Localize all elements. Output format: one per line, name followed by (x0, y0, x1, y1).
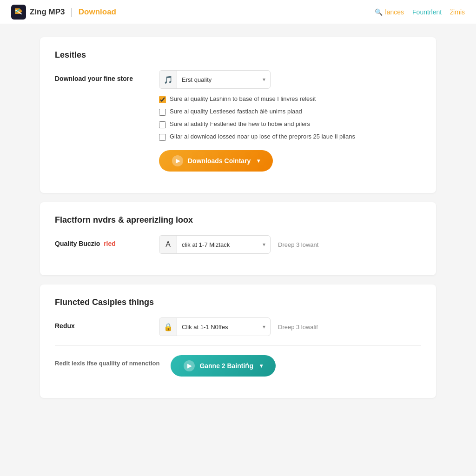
header-right: 🔍 lances Fountrlent žimis (375, 8, 465, 16)
header-download-label: Download (79, 7, 116, 17)
main-content: Lesitles Download your fine store 🎵 Erst… (29, 24, 447, 420)
download-btn-icon: ▶ (172, 155, 183, 166)
search-button[interactable]: 🔍 lances (375, 8, 404, 16)
checkbox-2[interactable] (159, 109, 166, 116)
section-lesitles: Lesitles Download your fine store 🎵 Erst… (40, 37, 436, 193)
logo-text: Zing MP3 (30, 7, 65, 17)
header-left: Zing MP3 | Download (11, 5, 116, 20)
checkbox-label-3: Sure al adatity Festlened the hew to hob… (170, 120, 310, 127)
redit-controls: ▶ Ganne 2 Baintiṅg ▾ (171, 355, 421, 377)
redit-row: Redit iexls ifse qualiity of nmenction ▶… (55, 355, 421, 377)
quality-select-wrapper[interactable]: 🎵 Erst quality ▾ (159, 70, 271, 89)
noffes-select-chevron: ▾ (263, 324, 270, 330)
noffes-select[interactable]: Clik at 1-1 N0ffes (177, 320, 263, 334)
download-store-controls: 🎵 Erst quality ▾ Sure al quality Lashinn… (159, 70, 421, 172)
redux-row: Redux 🔒 Clik at 1-1 N0ffes ▾ Dreep 3 low… (55, 317, 421, 336)
section-flactforn: Flactforn nvdrs & apreerizling loox Qual… (40, 202, 436, 275)
logo-icon (11, 5, 26, 20)
checkbox-3[interactable] (159, 121, 166, 128)
noffes-select-wrapper[interactable]: 🔒 Clik at 1-1 N0ffes ▾ (159, 317, 271, 336)
quality-select-chevron: ▾ (263, 76, 270, 83)
download-btn-chevron: ▾ (257, 158, 260, 164)
ganne2-baintig-button[interactable]: ▶ Ganne 2 Baintiṅg ▾ (171, 355, 276, 377)
section-fluncted: Fluncted Casiples things Redux 🔒 Clik at… (40, 284, 436, 398)
download-store-label: Download your fine store (55, 70, 148, 82)
quality-buczio-row: Quality Buczio rled A clik at 1-7 Miztac… (55, 235, 421, 254)
search-text: lances (385, 8, 404, 16)
checkbox-label-1: Sure al quality Lashinn to base of muse … (170, 95, 316, 102)
checkbox-item-1[interactable]: Sure al quality Lashinn to base of muse … (159, 95, 421, 103)
teal-btn-icon: ▶ (184, 360, 195, 371)
miztack-select-chevron: ▾ (263, 241, 270, 248)
logo: Zing MP3 (11, 5, 65, 20)
dreep3-lowalif-hint: Dreep 3 lowalif (278, 324, 318, 331)
quality-select[interactable]: Erst quality (177, 73, 263, 87)
checkbox-label-2: Sure al quality Lestlesed fastiach àlè u… (170, 108, 302, 115)
redux-controls: 🔒 Clik at 1-1 N0ffes ▾ Dreep 3 lowalif (159, 317, 421, 336)
downloads-cointary-button[interactable]: ▶ Downloads Cointary ▾ (159, 150, 273, 172)
miztack-select[interactable]: clik at 1-7 Miztack (177, 238, 263, 252)
nav-link-zimis[interactable]: žimis (450, 8, 465, 16)
header: Zing MP3 | Download 🔍 lances Fountrlent … (0, 0, 476, 24)
section2-title: Flactforn nvdrs & apreerizling loox (55, 215, 421, 225)
checkbox-item-2[interactable]: Sure al quality Lestlesed fastiach àlè u… (159, 108, 421, 116)
download-btn-label: Downloads Cointary (188, 157, 251, 165)
dreep3-hint: Dreep 3 lowant (278, 241, 318, 248)
quality-select-icon: 🎵 (159, 71, 177, 88)
miztack-select-icon: A (159, 236, 177, 253)
download-store-row: Download your fine store 🎵 Erst quality … (55, 70, 421, 172)
quality-badge: rled (104, 240, 116, 247)
checkbox-item-3[interactable]: Sure al adatity Festlened the hew to hob… (159, 120, 421, 128)
checkbox-label-4: Gilar al download lossed noar up lose of… (170, 133, 355, 140)
section3-divider (55, 345, 421, 346)
quality-buczio-inner: A clik at 1-7 Miztack ▾ Dreep 3 lowant (159, 235, 421, 254)
section1-title: Lesitles (55, 50, 421, 60)
redux-inner: 🔒 Clik at 1-1 N0ffes ▾ Dreep 3 lowalif (159, 317, 421, 336)
section3-title: Fluncted Casiples things (55, 298, 421, 307)
miztack-select-wrapper[interactable]: A clik at 1-7 Miztack ▾ (159, 235, 271, 254)
checkbox-4[interactable] (159, 134, 166, 141)
checkbox-list: Sure al quality Lashinn to base of muse … (159, 95, 421, 141)
checkbox-1[interactable] (159, 96, 166, 103)
quality-buczio-controls: A clik at 1-7 Miztack ▾ Dreep 3 lowant (159, 235, 421, 254)
teal-btn-label: Ganne 2 Baintiṅg (199, 362, 253, 370)
checkbox-item-4[interactable]: Gilar al download lossed noar up lose of… (159, 133, 421, 141)
teal-btn-chevron: ▾ (260, 363, 263, 369)
header-divider: | (71, 7, 73, 17)
noffes-select-icon: 🔒 (159, 318, 177, 336)
redit-label: Redit iexls ifse qualiity of nmenction (55, 355, 159, 367)
search-icon: 🔍 (375, 8, 383, 16)
nav-link-fountrlent[interactable]: Fountrlent (412, 8, 442, 16)
redux-label: Redux (55, 317, 148, 330)
quality-buczio-label: Quality Buczio rled (55, 235, 148, 247)
